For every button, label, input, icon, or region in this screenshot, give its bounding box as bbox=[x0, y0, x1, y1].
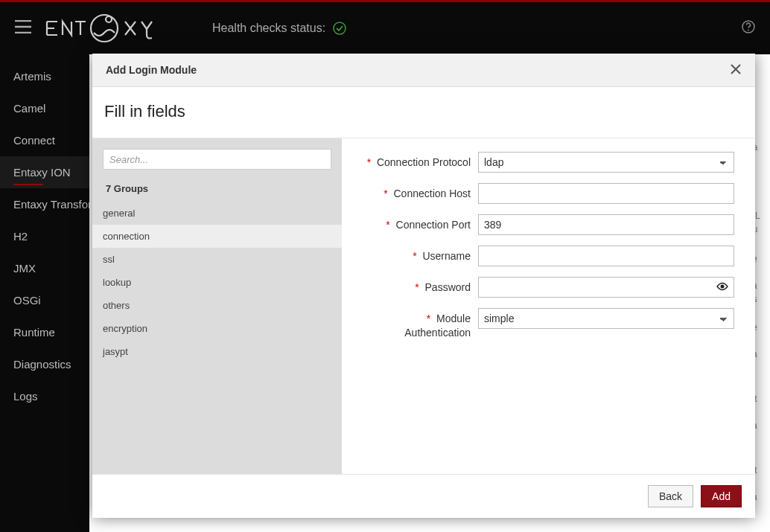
add-button[interactable]: Add bbox=[701, 485, 742, 507]
label-connection-port: Connection Port bbox=[396, 219, 471, 231]
close-icon[interactable] bbox=[730, 63, 742, 77]
modal-title: Add Login Module bbox=[106, 64, 197, 76]
group-item-others[interactable]: others bbox=[92, 294, 342, 317]
sidebar-item-camel[interactable]: Camel bbox=[0, 92, 89, 124]
sidebar-item-runtime[interactable]: Runtime bbox=[0, 316, 89, 348]
groups-count: 7 Groups bbox=[92, 179, 342, 202]
app-logo bbox=[45, 13, 168, 44]
svg-point-1 bbox=[106, 16, 112, 22]
health-status: Health checks status: bbox=[212, 22, 346, 35]
sidebar-item-diagnostics[interactable]: Diagnostics bbox=[0, 348, 89, 380]
form-panel: * Connection Protocol ldap * Connection … bbox=[342, 138, 755, 474]
search-input[interactable] bbox=[103, 149, 331, 170]
group-item-jasypt[interactable]: jasypt bbox=[92, 340, 342, 363]
eye-icon[interactable] bbox=[716, 281, 728, 295]
back-button[interactable]: Back bbox=[648, 485, 693, 507]
svg-point-5 bbox=[721, 285, 725, 289]
sidebar-item-h2[interactable]: H2 bbox=[0, 220, 89, 252]
label-module-auth: Module Authentication bbox=[404, 313, 471, 339]
connection-port-input[interactable] bbox=[478, 214, 734, 235]
connection-protocol-select[interactable]: ldap bbox=[478, 152, 734, 173]
hamburger-icon[interactable] bbox=[15, 19, 31, 38]
check-circle-icon bbox=[333, 22, 346, 35]
section-title: Fill in fields bbox=[92, 87, 755, 138]
modal-footer: Back Add bbox=[92, 474, 755, 518]
label-username: Username bbox=[422, 250, 471, 262]
group-item-encryption[interactable]: encryption bbox=[92, 317, 342, 340]
groups-panel: 7 Groups general connection ssl lookup o… bbox=[92, 138, 342, 474]
help-icon[interactable] bbox=[742, 20, 755, 37]
svg-point-0 bbox=[91, 15, 118, 42]
sidebar-item-jmx[interactable]: JMX bbox=[0, 252, 89, 284]
module-auth-select[interactable]: simple bbox=[478, 308, 734, 329]
sidebar-item-artemis[interactable]: Artemis bbox=[0, 60, 89, 92]
health-label: Health checks status: bbox=[212, 22, 325, 35]
connection-host-input[interactable] bbox=[478, 183, 734, 204]
username-input[interactable] bbox=[478, 246, 734, 266]
svg-point-4 bbox=[748, 29, 749, 31]
group-item-lookup[interactable]: lookup bbox=[92, 271, 342, 294]
sidebar-item-connect[interactable]: Connect bbox=[0, 124, 89, 156]
sidebar-item-logs[interactable]: Logs bbox=[0, 380, 89, 412]
password-input[interactable] bbox=[478, 277, 734, 298]
group-item-connection[interactable]: connection bbox=[92, 225, 342, 248]
svg-point-2 bbox=[334, 22, 346, 34]
sidebar: Artemis Camel Connect Entaxy ION Entaxy … bbox=[0, 54, 89, 532]
group-item-ssl[interactable]: ssl bbox=[92, 248, 342, 271]
app-header: Health checks status: bbox=[0, 2, 770, 54]
sidebar-item-entaxy-transforms[interactable]: Entaxy Transforms bbox=[0, 188, 89, 220]
label-connection-host: Connection Host bbox=[393, 188, 471, 199]
add-login-module-modal: Add Login Module Fill in fields 7 Groups… bbox=[92, 54, 755, 518]
label-connection-protocol: Connection Protocol bbox=[377, 156, 471, 168]
modal-header: Add Login Module bbox=[92, 54, 755, 87]
sidebar-item-osgi[interactable]: OSGi bbox=[0, 284, 89, 316]
sidebar-item-entaxy-ion[interactable]: Entaxy ION bbox=[0, 156, 89, 188]
group-item-general[interactable]: general bbox=[92, 202, 342, 225]
label-password: Password bbox=[425, 281, 471, 293]
